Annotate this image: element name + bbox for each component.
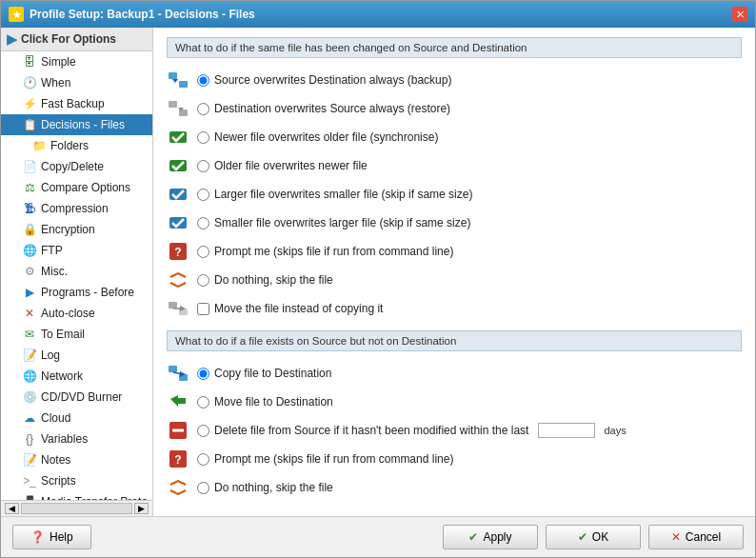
option-larger-overwrites-label[interactable]: Larger file overwrites smaller file (ski… [197,188,472,201]
option-row-prompt-s2: ? Prompt me (skips file if run from comm… [167,445,742,473]
sidebar-item-cd-dvd-burner[interactable]: 💿 CD/DVD Burner [1,387,152,408]
help-button[interactable]: ❓ Help [12,525,91,549]
sidebar-item-log[interactable]: 📝 Log [1,345,152,366]
option-do-nothing-s1-label[interactable]: Do nothing, skip the file [197,273,333,287]
cd-dvd-burner-icon: 💿 [22,389,37,405]
prompt-s2-icon: ? [167,448,189,470]
option-dest-overwrites-label[interactable]: Destination overwrites Source always (re… [197,102,450,115]
option-prompt-s1-label[interactable]: Prompt me (skips file if run from comman… [197,245,453,258]
option-row-source-overwrites: Source overwrites Destination always (ba… [167,66,742,94]
radio-do-nothing-s1[interactable] [197,274,209,287]
option-do-nothing-s2-label[interactable]: Do nothing, skip the file [197,481,333,494]
sidebar-list[interactable]: 🗄 Simple 🕐 When ⚡ Fast Backup 📋 Decision… [1,51,152,500]
option-row-copy-to-dest: Copy file to Destination [167,359,742,388]
option-move-instead-label[interactable]: Move the file instead of copying it [197,302,383,315]
sidebar-item-variables[interactable]: {} Variables [1,428,152,449]
cancel-button[interactable]: ✕ Cancel [648,525,744,549]
ok-icon: ✔ [578,530,587,544]
radio-delete-from-source[interactable] [197,425,209,437]
checkbox-move-instead[interactable] [197,303,209,315]
sidebar-item-label: Network [41,369,83,383]
sidebar-item-decisions-files[interactable]: 📋 Decisions - Files [1,114,152,135]
option-row-smaller-overwrites: Smaller file overwrites larger file (ski… [167,209,742,237]
close-button[interactable]: ✕ [732,7,747,22]
action-buttons: ✔ Apply ✔ OK ✕ Cancel [443,525,744,549]
radio-prompt-s2[interactable] [197,453,209,466]
option-row-newer-overwrites: Newer file overwrites older file (synchr… [167,123,742,151]
option-prompt-s2-label[interactable]: Prompt me (skips file if run from comman… [197,452,453,466]
option-move-to-dest-label[interactable]: Move file to Destination [197,395,333,409]
radio-smaller-overwrites[interactable] [197,217,209,229]
sidebar-scrollbar-track[interactable] [21,503,132,514]
option-older-overwrites-label[interactable]: Older file overwrites newer file [197,159,368,172]
radio-newer-overwrites[interactable] [197,131,209,144]
cancel-icon: ✕ [671,530,681,544]
ok-button[interactable]: ✔ OK [546,525,641,549]
svg-rect-1 [179,81,188,88]
delete-from-source-icon [167,419,189,442]
notes-icon: 📝 [22,452,37,468]
cancel-label: Cancel [686,530,721,544]
svg-rect-7 [169,160,187,171]
sidebar-item-when[interactable]: 🕐 When [1,72,152,93]
radio-prompt-s1[interactable] [197,246,209,258]
option-copy-to-dest-label[interactable]: Copy file to Destination [197,367,331,380]
sidebar: ▶ Click For Options 🗄 Simple 🕐 When ⚡ Fa… [1,28,153,516]
days-input[interactable] [538,423,595,438]
sidebar-item-encryption[interactable]: 🔒 Encryption [1,219,152,240]
sidebar-item-label: FTP [41,244,63,257]
sidebar-item-label: Programs - Before [41,286,134,299]
radio-older-overwrites[interactable] [197,160,209,172]
sidebar-item-compression[interactable]: 🗜 Compression [1,198,152,219]
sidebar-item-compare-options[interactable]: ⚖ Compare Options [1,177,152,198]
sidebar-item-label: Scripts [41,474,76,488]
radio-copy-to-dest[interactable] [197,368,209,380]
svg-marker-20 [170,395,186,407]
radio-larger-overwrites[interactable] [197,189,209,201]
sidebar-item-media-transfer[interactable]: 📱 Media Transfer Proto... [1,491,152,500]
sidebar-item-label: Variables [41,432,88,446]
sidebar-item-label: Decisions - Files [41,118,125,131]
sidebar-item-to-email[interactable]: ✉ To Email [1,324,152,345]
sidebar-item-fast-backup[interactable]: ⚡ Fast Backup [1,93,152,114]
sidebar-item-label: Copy/Delete [41,160,104,173]
sidebar-item-programs-before[interactable]: ▶ Programs - Before [1,282,152,303]
radio-do-nothing-s2[interactable] [197,482,209,494]
option-source-overwrites-label[interactable]: Source overwrites Destination always (ba… [197,73,451,87]
sidebar-scroll-bar: ◀ ▶ [1,500,152,516]
sidebar-item-misc[interactable]: ⚙ Misc. [1,261,152,282]
option-delete-from-source-label[interactable]: Delete file from Source if it hasn't bee… [197,423,627,438]
prompt-s1-icon: ? [167,240,189,263]
sidebar-item-notes[interactable]: 📝 Notes [1,449,152,470]
sidebar-item-folders[interactable]: 📁 Folders [1,135,152,156]
main-content: ▶ Click For Options 🗄 Simple 🕐 When ⚡ Fa… [1,28,755,516]
sidebar-item-cloud[interactable]: ☁ Cloud [1,408,152,428]
radio-dest-overwrites[interactable] [197,103,209,115]
svg-rect-9 [169,217,187,229]
sidebar-scroll-left[interactable]: ◀ [5,503,19,514]
svg-rect-6 [169,131,187,143]
sidebar-item-scripts[interactable]: >_ Scripts [1,470,152,491]
svg-rect-3 [169,101,177,108]
option-newer-overwrites-label[interactable]: Newer file overwrites older file (synchr… [197,130,438,144]
apply-button[interactable]: ✔ Apply [443,525,538,549]
sidebar-item-label: Simple [41,55,76,69]
sidebar-item-simple[interactable]: 🗄 Simple [1,51,152,72]
sidebar-item-auto-close[interactable]: ✕ Auto-close [1,303,152,324]
sidebar-scroll-right[interactable]: ▶ [134,503,149,514]
sidebar-item-ftp[interactable]: 🌐 FTP [1,240,152,261]
section1-header: What to do if the same file has been cha… [167,37,742,58]
older-overwrites-icon [167,154,189,177]
option-smaller-overwrites-label[interactable]: Smaller file overwrites larger file (ski… [197,216,470,229]
sidebar-item-label: To Email [41,328,85,341]
decisions-files-icon: 📋 [22,117,37,132]
ftp-icon: 🌐 [22,243,37,258]
radio-source-overwrites[interactable] [197,74,209,87]
sidebar-item-label: Log [41,349,60,362]
sidebar-item-copy-delete[interactable]: 📄 Copy/Delete [1,156,152,177]
sidebar-item-network[interactable]: 🌐 Network [1,366,152,387]
section2-header: What to do if a file exists on Source bu… [167,330,742,351]
radio-move-to-dest[interactable] [197,396,209,409]
larger-overwrites-icon [167,183,189,206]
sidebar-header-label: Click For Options [21,32,116,46]
